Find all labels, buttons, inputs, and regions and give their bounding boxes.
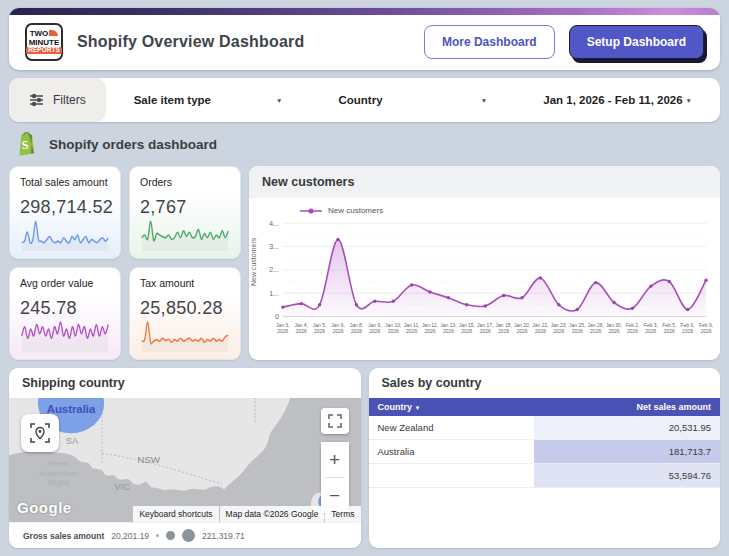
setup-dashboard-button[interactable]: Setup Dashboard <box>569 25 704 59</box>
logo-line-3: REPORTS <box>26 47 61 54</box>
svg-text:2026: 2026 <box>296 328 307 334</box>
legend-label: New customers <box>328 206 383 215</box>
bottom-row: Shipping country Great Australian Bight … <box>9 368 720 548</box>
chart-legend[interactable]: New customers <box>299 206 714 215</box>
svg-text:2026: 2026 <box>351 328 362 334</box>
kpi-label: Orders <box>140 176 230 188</box>
svg-text:Jan 20,: Jan 20, <box>514 322 530 328</box>
bubble-size-medium-icon <box>166 531 175 540</box>
svg-text:Jan 3,: Jan 3, <box>276 322 290 328</box>
keyboard-shortcuts-link[interactable]: Keyboard shortcuts <box>133 506 218 522</box>
google-map[interactable]: Great Australian Bight Tasman Sea SA NSW… <box>9 398 361 522</box>
svg-text:Jan 4,: Jan 4, <box>294 322 308 328</box>
kpi-card-tax-amount: Tax amount 25,850.28 <box>129 267 241 360</box>
kpi-card-avg-order-value: Avg order value 245.78 <box>9 267 121 360</box>
filter-country[interactable]: Country ▼ <box>310 94 515 106</box>
svg-text:Jan 26,: Jan 26, <box>588 322 604 328</box>
table-title: Sales by country <box>369 368 721 398</box>
svg-text:2...: 2... <box>269 266 279 273</box>
map-fullscreen-button[interactable] <box>321 408 349 434</box>
kpi-label: Total sales amount <box>20 176 110 188</box>
map-attribution: Keyboard shortcuts Map data ©2026 Google… <box>132 506 360 522</box>
filter-sale-item-type[interactable]: Sale item type ▼ <box>106 94 311 106</box>
table-row[interactable]: 53,594.76 <box>369 464 721 488</box>
svg-text:2026: 2026 <box>480 328 491 334</box>
header-gradient-bar <box>9 8 720 15</box>
water-label-line2: Australian <box>39 468 78 477</box>
terms-link[interactable]: Terms <box>325 506 360 522</box>
region-label-vic: VIC <box>114 482 130 491</box>
svg-text:2026: 2026 <box>443 328 454 334</box>
chevron-down-icon: ▼ <box>686 97 692 104</box>
gross-sales-label: Gross sales amount <box>23 531 104 541</box>
svg-text:Jan 22,: Jan 22, <box>532 322 548 328</box>
y-axis-title: New customers <box>250 238 257 286</box>
sparkline-avg-order-value <box>20 319 110 353</box>
zoom-in-button[interactable]: + <box>321 442 349 477</box>
gross-sales-legend: Gross sales amount 20,201.19 221,319.71 <box>9 522 361 548</box>
row-value: 20,531.95 <box>534 416 720 439</box>
svg-text:2026: 2026 <box>314 328 325 334</box>
svg-text:2026: 2026 <box>517 328 528 334</box>
gross-sales-max: 221,319.71 <box>202 531 245 541</box>
date-range-value: Jan 1, 2026 - Feb 11, 2026 <box>543 94 682 106</box>
svg-text:Jan 8,: Jan 8, <box>350 322 364 328</box>
svg-text:0: 0 <box>275 313 279 320</box>
svg-text:2026: 2026 <box>572 328 583 334</box>
sliders-icon <box>29 93 44 107</box>
table-row[interactable]: Australia 181,713.7 <box>369 440 721 464</box>
svg-text:Feb 5,: Feb 5, <box>662 322 676 328</box>
water-label-line3: Bight <box>49 477 70 486</box>
svg-text:Jan 12,: Jan 12, <box>422 322 438 328</box>
kpi-card-orders: Orders 2,767 <box>129 166 241 259</box>
column-net-sales-amount[interactable]: Net sales amount <box>636 402 711 412</box>
map-marker-brackets-icon <box>29 422 51 444</box>
kpi-value: 2,767 <box>140 197 230 218</box>
row-value: 53,594.76 <box>534 464 720 487</box>
filter-date-range[interactable]: Jan 1, 2026 - Feb 11, 2026 ▼ <box>515 94 720 106</box>
column-country[interactable]: Country ▼ <box>378 402 421 412</box>
two-minute-reports-logo: TWO MINUTE REPORTS <box>25 23 63 61</box>
row-country <box>369 464 534 487</box>
svg-text:2026: 2026 <box>553 328 564 334</box>
svg-text:2026: 2026 <box>664 328 675 334</box>
kpi-and-chart-row: Total sales amount 298,714.52 Orders 2,7… <box>9 166 720 360</box>
svg-text:2026: 2026 <box>609 328 620 334</box>
svg-text:1...: 1... <box>269 290 279 297</box>
filters-toggle[interactable]: Filters <box>9 78 106 122</box>
svg-text:2026: 2026 <box>369 328 380 334</box>
chevron-down-icon: ▼ <box>276 97 282 104</box>
sparkline-tax-amount <box>140 319 230 353</box>
legend-marker-icon <box>299 207 323 215</box>
svg-text:Jan 6,: Jan 6, <box>331 322 345 328</box>
header: TWO MINUTE REPORTS Shopify Overview Dash… <box>9 8 720 70</box>
map-region-select-button[interactable] <box>21 414 59 452</box>
kpi-value: 245.78 <box>20 298 110 319</box>
svg-text:Jan 23,: Jan 23, <box>551 322 567 328</box>
chart-title: New customers <box>249 166 720 198</box>
map-data-label[interactable]: Map data ©2026 Google <box>220 506 325 522</box>
page-title: Shopify Overview Dashboard <box>77 33 304 51</box>
logo-wedge-icon <box>49 30 58 36</box>
svg-text:2026: 2026 <box>645 328 656 334</box>
new-customers-panel: New customers New customers New customer… <box>249 166 720 360</box>
bubble-size-small-icon <box>156 534 159 537</box>
new-customers-chart[interactable]: 01...2...3...4...Jan 3,2026Jan 4,2026Jan… <box>257 215 714 353</box>
google-logo[interactable]: Google <box>17 499 72 516</box>
kpi-card-total-sales-amount: Total sales amount 298,714.52 <box>9 166 121 259</box>
dashboard-page: TWO MINUTE REPORTS Shopify Overview Dash… <box>0 0 729 556</box>
table-row[interactable]: New Zealand 20,531.95 <box>369 416 721 440</box>
svg-text:Jan 5,: Jan 5, <box>313 322 327 328</box>
more-dashboard-button[interactable]: More Dashboard <box>424 25 555 59</box>
country-bubble-label: Australia <box>47 403 97 414</box>
kpi-label: Avg order value <box>20 277 110 289</box>
kpi-label: Tax amount <box>140 277 230 289</box>
svg-text:2026: 2026 <box>388 328 399 334</box>
sales-by-country-panel: Sales by country Country ▼ Net sales amo… <box>369 368 721 548</box>
kpi-value: 25,850.28 <box>140 298 230 319</box>
svg-text:2026: 2026 <box>333 328 344 334</box>
svg-text:Feb 3,: Feb 3, <box>644 322 658 328</box>
section-header: S Shopify orders dashboard <box>9 130 720 158</box>
sort-caret-icon: ▼ <box>415 405 421 411</box>
sale-item-type-label: Sale item type <box>134 94 211 106</box>
